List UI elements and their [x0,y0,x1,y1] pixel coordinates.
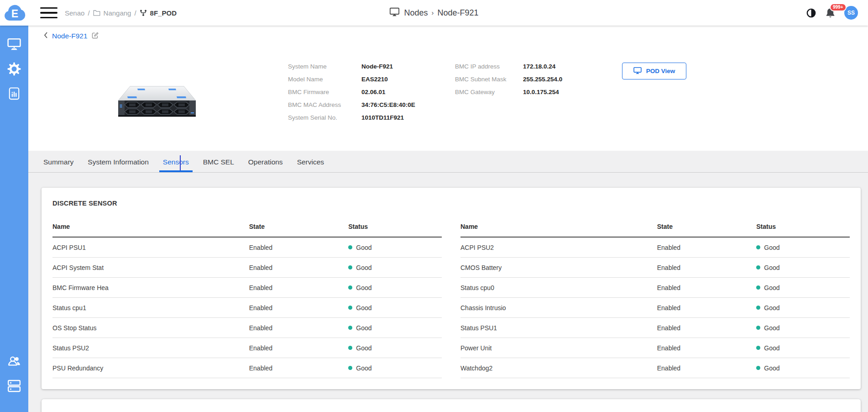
tab[interactable]: System Information [87,158,150,172]
table-row: ACPI System Stat Enabled Good [52,258,442,278]
menu-hamburger-icon[interactable] [40,7,58,19]
notification-count-badge: 999+ [830,3,847,11]
sensor-status: Good [756,344,850,352]
sidebar-monitor-icon[interactable] [7,37,21,51]
page-title: Nodes › Node-F921 [389,0,478,26]
sensor-status: Good [348,264,442,271]
status-label: Good [764,324,779,332]
table-row: ACPI PSU1 Enabled Good [52,238,442,258]
pod-view-button[interactable]: POD View [622,63,686,79]
status-label: Good [356,244,371,251]
sensor-state: Enabled [249,364,349,372]
info-field: BMC IP address 172.18.0.24 [455,60,562,73]
next-card-top-edge [42,399,861,412]
sensor-name: Status cpu0 [460,284,657,291]
server-image [114,84,200,123]
back-link-node[interactable]: Node-F921 [52,32,88,40]
sensor-state: Enabled [657,344,757,352]
status-good-dot [348,366,352,370]
system-info-list: System Name Node-F921 Model Name EAS2210… [288,60,415,124]
tab[interactable]: Sensors [159,158,193,172]
column-header-status: Status [348,223,442,230]
folder-icon [93,10,100,16]
sensor-tables: Name State Status ACPI PSU1 Enabled Good [52,218,850,378]
table-row: OS Stop Status Enabled Good [52,318,442,338]
tab[interactable]: Services [296,158,325,172]
info-label: BMC Subnet Mask [455,76,523,83]
breadcrumb: Senao / Nangang / 8F_POD [65,9,177,17]
back-chevron-icon[interactable] [43,32,48,41]
status-label: Good [356,304,371,312]
column-header-name: Name [460,223,657,230]
sensor-name: ACPI PSU1 [52,244,249,251]
dark-mode-contrast-icon[interactable] [806,8,816,18]
column-header-state: State [657,223,757,230]
sensor-name: Status cpu1 [52,304,249,312]
sidebar-users-icon[interactable] [7,354,21,368]
sensor-name: ACPI PSU2 [460,244,657,251]
sensor-status: Good [348,324,442,332]
sensor-state: Enabled [657,304,757,312]
cloud-logo-icon[interactable]: E [3,3,26,23]
discrete-sensor-card: DISCRETE SENSOR Name State Status ACPI P… [42,188,861,389]
nodes-monitor-icon [389,7,399,19]
breadcrumb-pod[interactable]: 8F_POD [150,9,177,17]
sidebar-gear-icon[interactable] [7,62,21,76]
table-row: Watchdog2 Enabled Good [460,358,850,378]
status-label: Good [356,344,371,352]
sensor-table-left: Name State Status ACPI PSU1 Enabled Good [52,218,442,378]
info-value: 1010TD11F921 [361,114,404,121]
sensor-name: CMOS Battery [460,264,657,271]
status-good-dot [756,285,760,290]
topbar: E Senao / Nangang / 8F_POD Nodes [0,0,868,26]
status-good-dot [348,306,352,310]
table-row: Status PSU2 Enabled Good [52,338,442,358]
sidebar-rack-icon[interactable] [7,379,21,393]
edit-node-icon[interactable] [92,31,99,41]
status-label: Good [764,264,779,271]
breadcrumb-org[interactable]: Senao [65,9,84,17]
sensor-state: Enabled [657,364,757,372]
status-good-dot [348,245,352,249]
info-field: BMC Subnet Mask 255.255.254.0 [455,73,562,85]
table-row: Status cpu0 Enabled Good [460,278,850,298]
sensor-name: Status PSU1 [460,324,657,332]
status-good-dot [756,245,760,249]
breadcrumb-site[interactable]: Nangang [104,9,131,17]
status-label: Good [764,344,779,352]
sensor-status: Good [348,284,442,291]
info-field: BMC MAC Address 34:76:C5:E8:40:0E [288,98,415,111]
status-label: Good [764,364,779,372]
status-good-dot [348,326,352,330]
sensor-state: Enabled [249,344,349,352]
tab[interactable]: Summary [42,158,74,172]
table-row: Status cpu1 Enabled Good [52,298,442,318]
sensor-status: Good [756,324,850,332]
sensor-state: Enabled [657,264,757,271]
info-field: BMC Gateway 10.0.175.254 [455,85,562,98]
sensor-status: Good [348,344,442,352]
sidebar-bar-chart-icon[interactable] [7,87,21,100]
sensor-name: Chassis Intrusio [460,304,657,312]
tab[interactable]: BMC SEL [202,158,235,172]
status-good-dot [756,306,760,310]
sensor-status: Good [348,304,442,312]
info-value: Node-F921 [361,63,393,70]
status-good-dot [348,346,352,350]
sensor-name: BMC Firmware Hea [52,284,249,291]
info-value: 172.18.0.24 [523,63,555,70]
topbar-actions: 999+ SS [806,6,868,20]
main-content: Node-F921 [28,26,868,412]
info-field: System Serial No. 1010TD11F921 [288,111,415,124]
table-body-left: ACPI PSU1 Enabled Good ACPI System Stat … [52,238,442,378]
sensor-state: Enabled [657,324,757,332]
back-row: Node-F921 [43,31,99,41]
tab[interactable]: Operations [247,158,284,172]
node-detail-section: Summary System Information Sensors BMC S… [28,151,868,412]
status-good-dot [756,326,760,330]
table-row: Power Unit Enabled Good [460,338,850,358]
notifications-bell-icon[interactable]: 999+ [825,7,836,19]
network-info-list: BMC IP address 172.18.0.24 BMC Subnet Ma… [455,60,562,98]
column-header-name: Name [52,223,249,230]
title-section: Nodes [404,8,428,18]
